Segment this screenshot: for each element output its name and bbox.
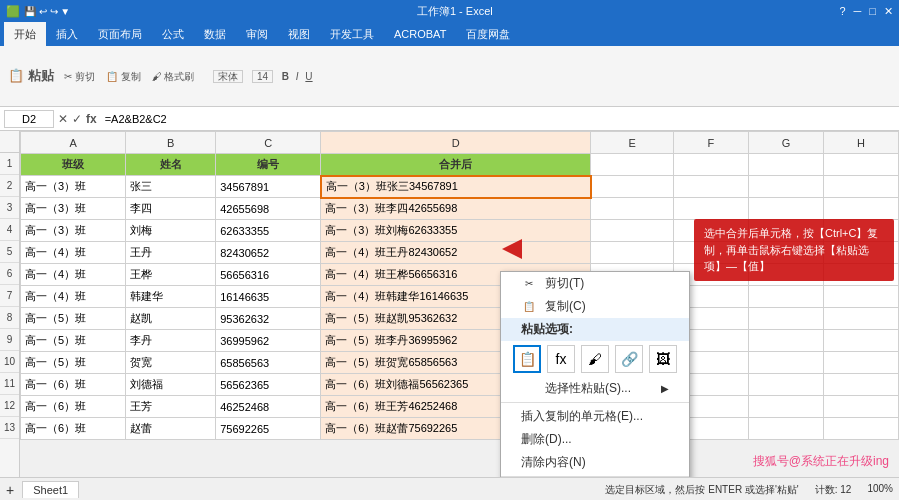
paste-formula-btn[interactable]: fx — [547, 345, 575, 373]
cell-A8[interactable]: 高一（5）班 — [21, 308, 126, 330]
ribbon-tab-公式[interactable]: 公式 — [152, 22, 194, 46]
cell-C2[interactable]: 34567891 — [216, 176, 321, 198]
font-name[interactable]: 宋体 — [213, 70, 243, 83]
cell-C3[interactable]: 42655698 — [216, 198, 321, 220]
cell-C13[interactable]: 75692265 — [216, 418, 321, 440]
cell-B5[interactable]: 王丹 — [126, 242, 216, 264]
cell-B6[interactable]: 王桦 — [126, 264, 216, 286]
cell-A11[interactable]: 高一（6）班 — [21, 374, 126, 396]
cell-G8[interactable] — [748, 308, 823, 330]
cell-A10[interactable]: 高一（5）班 — [21, 352, 126, 374]
cell-E3[interactable] — [591, 198, 674, 220]
close-button[interactable]: ✕ — [884, 5, 893, 18]
ctx-clear[interactable]: 清除内容(N) — [501, 451, 689, 474]
ctx-selective-paste[interactable]: 选择性粘贴(S)...▶ — [501, 377, 689, 400]
name-box[interactable] — [4, 110, 54, 128]
cell-B13[interactable]: 赵蕾 — [126, 418, 216, 440]
col-header-d[interactable]: D — [321, 132, 591, 154]
copy-button[interactable]: 📋 复制 — [106, 71, 141, 82]
cancel-icon[interactable]: ✕ — [58, 112, 68, 126]
cell-E5[interactable] — [591, 242, 674, 264]
cell-H11[interactable] — [823, 374, 898, 396]
cell-D4[interactable]: 高一（3）班刘梅62633355 — [321, 220, 591, 242]
cell-C6[interactable]: 56656316 — [216, 264, 321, 286]
cell-A3[interactable]: 高一（3）班 — [21, 198, 126, 220]
cell-B4[interactable]: 刘梅 — [126, 220, 216, 242]
sheet-tab-add[interactable]: + — [6, 482, 14, 498]
ribbon-tab-审阅[interactable]: 审阅 — [236, 22, 278, 46]
cell-F2[interactable] — [673, 176, 748, 198]
cell-H2[interactable] — [823, 176, 898, 198]
col-header-h[interactable]: H — [823, 132, 898, 154]
cell-C7[interactable]: 16146635 — [216, 286, 321, 308]
cell-f1[interactable] — [673, 154, 748, 176]
paste-format-btn[interactable]: 🖌 — [581, 345, 609, 373]
cell-H12[interactable] — [823, 396, 898, 418]
ribbon-tab-页面布局[interactable]: 页面布局 — [88, 22, 152, 46]
ribbon-tab-插入[interactable]: 插入 — [46, 22, 88, 46]
cut-button[interactable]: ✂ 剪切 — [64, 71, 95, 82]
col-header-c[interactable]: C — [216, 132, 321, 154]
cell-G9[interactable] — [748, 330, 823, 352]
italic-button[interactable]: I — [296, 71, 299, 82]
cell-C12[interactable]: 46252468 — [216, 396, 321, 418]
cell-A7[interactable]: 高一（4）班 — [21, 286, 126, 308]
cell-C8[interactable]: 95362632 — [216, 308, 321, 330]
cell-H7[interactable] — [823, 286, 898, 308]
formula-input[interactable] — [101, 113, 895, 125]
cell-H9[interactable] — [823, 330, 898, 352]
col-header-f[interactable]: F — [673, 132, 748, 154]
ribbon-tab-开发工具[interactable]: 开发工具 — [320, 22, 384, 46]
col-header-b[interactable]: B — [126, 132, 216, 154]
paste-img-btn[interactable]: 🖼 — [649, 345, 677, 373]
cell-G11[interactable] — [748, 374, 823, 396]
cell-F3[interactable] — [673, 198, 748, 220]
bold-button[interactable]: B — [282, 71, 289, 82]
ribbon-tab-开始[interactable]: 开始 — [4, 22, 46, 46]
cell-H8[interactable] — [823, 308, 898, 330]
cell-A4[interactable]: 高一（3）班 — [21, 220, 126, 242]
ribbon-tab-ACROBAT[interactable]: ACROBAT — [384, 22, 456, 46]
cell-D3[interactable]: 高一（3）班李四42655698 — [321, 198, 591, 220]
format-painter[interactable]: 🖌 格式刷 — [152, 71, 195, 82]
help-icon[interactable]: ? — [839, 5, 845, 18]
paste-value-btn[interactable]: 📋 — [513, 345, 541, 373]
cell-G3[interactable] — [748, 198, 823, 220]
cell-B10[interactable]: 贺宽 — [126, 352, 216, 374]
col-header-a[interactable]: A — [21, 132, 126, 154]
ctx-copy[interactable]: 📋复制(C) — [501, 295, 689, 318]
cell-B7[interactable]: 韩建华 — [126, 286, 216, 308]
cell-A2[interactable]: 高一（3）班 — [21, 176, 126, 198]
cell-E4[interactable] — [591, 220, 674, 242]
insert-function-icon[interactable]: fx — [86, 112, 97, 126]
cell-B11[interactable]: 刘德福 — [126, 374, 216, 396]
cell-G7[interactable] — [748, 286, 823, 308]
cell-C11[interactable]: 56562365 — [216, 374, 321, 396]
paste-link-btn[interactable]: 🔗 — [615, 345, 643, 373]
cell-B9[interactable]: 李丹 — [126, 330, 216, 352]
underline-button[interactable]: U — [305, 71, 312, 82]
cell-G10[interactable] — [748, 352, 823, 374]
ctx-insert-copy[interactable]: 插入复制的单元格(E)... — [501, 405, 689, 428]
cell-A13[interactable]: 高一（6）班 — [21, 418, 126, 440]
cell-D5[interactable]: 高一（4）班王丹82430652 — [321, 242, 591, 264]
cell-C5[interactable]: 82430652 — [216, 242, 321, 264]
cell-C10[interactable]: 65856563 — [216, 352, 321, 374]
ribbon-tab-百度网盘[interactable]: 百度网盘 — [456, 22, 520, 46]
sheet-tab-1[interactable]: Sheet1 — [22, 481, 79, 498]
cell-H3[interactable] — [823, 198, 898, 220]
confirm-icon[interactable]: ✓ — [72, 112, 82, 126]
cell-G2[interactable] — [748, 176, 823, 198]
cell-G12[interactable] — [748, 396, 823, 418]
cell-g1[interactable] — [748, 154, 823, 176]
ctx-cut[interactable]: ✂剪切(T) — [501, 272, 689, 295]
cell-c1[interactable]: 编号 — [216, 154, 321, 176]
cell-H13[interactable] — [823, 418, 898, 440]
col-header-g[interactable]: G — [748, 132, 823, 154]
cell-E2[interactable] — [591, 176, 674, 198]
col-header-e[interactable]: E — [591, 132, 674, 154]
cell-A9[interactable]: 高一（5）班 — [21, 330, 126, 352]
cell-A12[interactable]: 高一（6）班 — [21, 396, 126, 418]
cell-h1[interactable] — [823, 154, 898, 176]
ribbon-tab-视图[interactable]: 视图 — [278, 22, 320, 46]
